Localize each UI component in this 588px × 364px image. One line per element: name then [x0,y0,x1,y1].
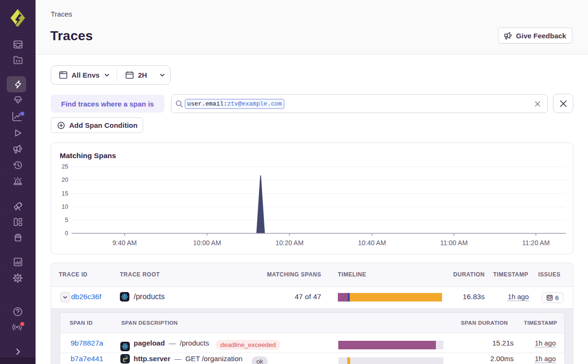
svg-text:10:40 AM: 10:40 AM [358,239,386,247]
svg-text:11:20 AM: 11:20 AM [522,239,550,247]
svg-text:0: 0 [65,230,68,237]
svg-text:20: 20 [62,177,68,183]
svg-text:10: 10 [62,204,68,210]
svg-text:5: 5 [65,217,68,223]
svg-text:9:40 AM: 9:40 AM [112,239,136,247]
svg-text:15: 15 [62,190,68,197]
svg-text:11:00 AM: 11:00 AM [440,239,468,247]
svg-text:10:20 AM: 10:20 AM [275,239,303,247]
svg-text:25: 25 [62,163,68,170]
svg-text:10:00 AM: 10:00 AM [193,239,221,247]
